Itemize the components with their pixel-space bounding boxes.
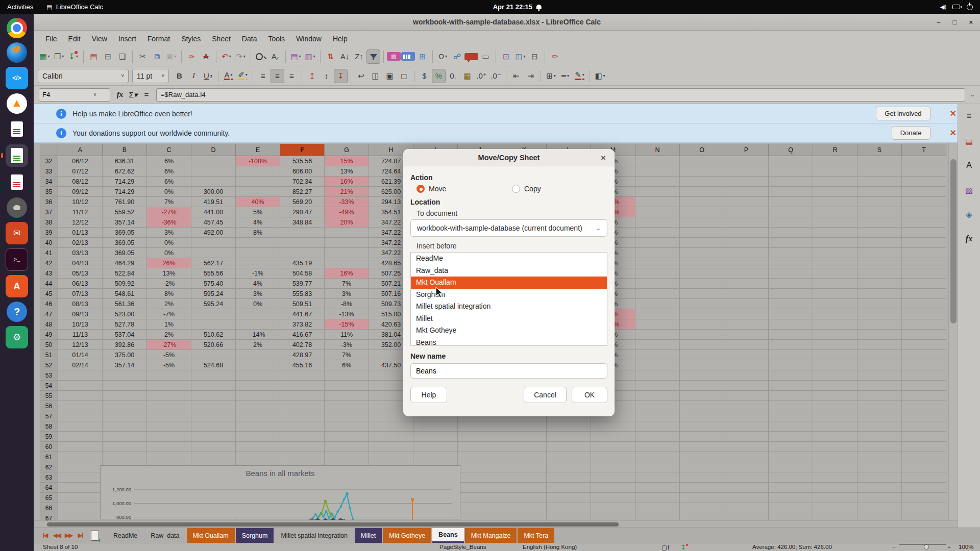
cell-F32[interactable]: 535.56 bbox=[280, 156, 325, 166]
cell-A64[interactable] bbox=[58, 483, 103, 493]
cell-C55[interactable] bbox=[147, 391, 191, 401]
cell-L62[interactable] bbox=[547, 462, 591, 472]
cell-S67[interactable] bbox=[857, 513, 902, 520]
cell-A32[interactable]: 06/12 bbox=[58, 156, 103, 166]
cell-A35[interactable]: 09/12 bbox=[58, 187, 103, 197]
cell-A67[interactable] bbox=[58, 513, 103, 520]
row-header-58[interactable]: 58 bbox=[40, 421, 58, 432]
cell-A63[interactable] bbox=[58, 472, 103, 483]
cell-S62[interactable] bbox=[857, 462, 902, 472]
cell-L67[interactable] bbox=[547, 513, 591, 520]
cell-E43[interactable]: -1% bbox=[236, 268, 280, 279]
cell-P36[interactable] bbox=[724, 197, 769, 207]
cell-E42[interactable] bbox=[236, 258, 280, 268]
cell-S41[interactable] bbox=[857, 248, 902, 258]
cell-L63[interactable] bbox=[547, 472, 591, 483]
cell-G47[interactable]: -13% bbox=[325, 309, 369, 319]
column-header-T[interactable]: T bbox=[902, 144, 946, 156]
cell-L61[interactable] bbox=[547, 452, 591, 462]
cell-D51[interactable] bbox=[191, 350, 236, 360]
clone-formatting-button[interactable]: ✑ bbox=[185, 49, 199, 64]
cell-T51[interactable] bbox=[902, 350, 946, 360]
cell-Q40[interactable] bbox=[769, 238, 813, 248]
cell-R44[interactable] bbox=[813, 279, 857, 289]
cell-A33[interactable]: 07/12 bbox=[58, 166, 103, 177]
cell-F35[interactable]: 852.27 bbox=[280, 187, 325, 197]
cell-C54[interactable] bbox=[147, 381, 191, 391]
zoom-in-icon[interactable]: + bbox=[947, 544, 951, 550]
cell-Q58[interactable] bbox=[769, 421, 813, 432]
insert-before-item-readme[interactable]: ReadMe bbox=[411, 253, 607, 265]
cell-reference-input[interactable] bbox=[42, 91, 93, 98]
border-style-button[interactable]: ━▾ bbox=[558, 69, 572, 83]
column-header-N[interactable]: N bbox=[635, 144, 680, 156]
cell-G60[interactable] bbox=[325, 442, 369, 452]
row-header-49[interactable]: 49 bbox=[40, 330, 58, 340]
add-sheet-button[interactable] bbox=[91, 531, 99, 541]
cell-G36[interactable]: -33% bbox=[325, 197, 369, 207]
expand-formula-bar-icon[interactable]: ⌄ bbox=[970, 91, 975, 98]
cell-S48[interactable] bbox=[857, 319, 902, 330]
to-document-dropdown[interactable]: workbook-with-sample-database (current d… bbox=[410, 219, 607, 237]
border-color-button[interactable]: ✎▾ bbox=[573, 69, 586, 83]
cell-P43[interactable] bbox=[724, 268, 769, 279]
cell-O46[interactable] bbox=[680, 299, 724, 309]
cell-F33[interactable]: 606.00 bbox=[280, 166, 325, 177]
cell-E33[interactable] bbox=[236, 166, 280, 177]
cell-G37[interactable]: -49% bbox=[325, 207, 369, 217]
cell-O43[interactable] bbox=[680, 268, 724, 279]
cell-A58[interactable] bbox=[58, 421, 103, 432]
cell-K62[interactable] bbox=[502, 462, 547, 472]
cell-N62[interactable] bbox=[635, 462, 680, 472]
sort-button[interactable]: ⇅ bbox=[324, 49, 337, 64]
cell-K58[interactable] bbox=[502, 421, 547, 432]
clear-formatting-button[interactable]: A bbox=[199, 49, 213, 64]
menu-file[interactable]: File bbox=[40, 33, 63, 45]
name-box-dropdown-icon[interactable]: ˅ bbox=[93, 92, 96, 97]
menu-window[interactable]: Window bbox=[290, 33, 327, 45]
cell-P55[interactable] bbox=[724, 391, 769, 401]
cell-N48[interactable] bbox=[635, 319, 680, 330]
close-infobar-icon[interactable]: ✕ bbox=[950, 109, 957, 118]
cell-O49[interactable] bbox=[680, 330, 724, 340]
cell-O47[interactable] bbox=[680, 309, 724, 319]
document-modified-icon[interactable]: ↧ bbox=[681, 544, 686, 551]
cell-G41[interactable] bbox=[325, 248, 369, 258]
cell-C49[interactable]: 2% bbox=[147, 330, 191, 340]
move-radio[interactable]: Move bbox=[416, 185, 512, 193]
print-preview-button[interactable]: ❏ bbox=[115, 49, 129, 64]
cell-S35[interactable] bbox=[857, 187, 902, 197]
maximize-button[interactable]: □ bbox=[953, 18, 957, 26]
cell-B46[interactable]: 561.36 bbox=[103, 299, 147, 309]
cell-G48[interactable]: -15% bbox=[325, 319, 369, 330]
cell-G45[interactable]: 3% bbox=[325, 289, 369, 299]
cell-P65[interactable] bbox=[724, 493, 769, 503]
cell-T65[interactable] bbox=[902, 493, 946, 503]
format-currency-button[interactable]: $ bbox=[418, 69, 431, 83]
writer-icon[interactable] bbox=[6, 118, 28, 140]
cell-P58[interactable] bbox=[724, 421, 769, 432]
cell-B50[interactable]: 392.86 bbox=[103, 340, 147, 350]
previous-sheet-button[interactable]: ◀◀ bbox=[52, 532, 62, 539]
align-bottom-button[interactable]: ↧ bbox=[334, 69, 348, 83]
cell-O39[interactable] bbox=[680, 228, 724, 238]
cell-M66[interactable] bbox=[591, 503, 635, 513]
zoom-out-icon[interactable]: − bbox=[892, 544, 896, 550]
cell-B39[interactable]: 369.05 bbox=[103, 228, 147, 238]
cell-C58[interactable] bbox=[147, 421, 191, 432]
cell-H61[interactable] bbox=[369, 452, 413, 462]
print-area-button[interactable]: ⊡ bbox=[499, 49, 513, 64]
cell-F52[interactable]: 455.16 bbox=[280, 360, 325, 370]
cell-Q64[interactable] bbox=[769, 483, 813, 493]
cell-P60[interactable] bbox=[724, 442, 769, 452]
cell-F45[interactable]: 555.83 bbox=[280, 289, 325, 299]
cell-P51[interactable] bbox=[724, 350, 769, 360]
bold-button[interactable]: B bbox=[173, 69, 186, 83]
cell-O60[interactable] bbox=[680, 442, 724, 452]
cell-T67[interactable] bbox=[902, 513, 946, 520]
cell-F44[interactable]: 539.77 bbox=[280, 279, 325, 289]
cell-J59[interactable] bbox=[458, 432, 502, 442]
cell-S53[interactable] bbox=[857, 370, 902, 381]
insert-before-item-mkt-gotheye[interactable]: Mkt Gotheye bbox=[411, 324, 607, 337]
sort-ascending-button[interactable]: A↓ bbox=[338, 49, 352, 64]
